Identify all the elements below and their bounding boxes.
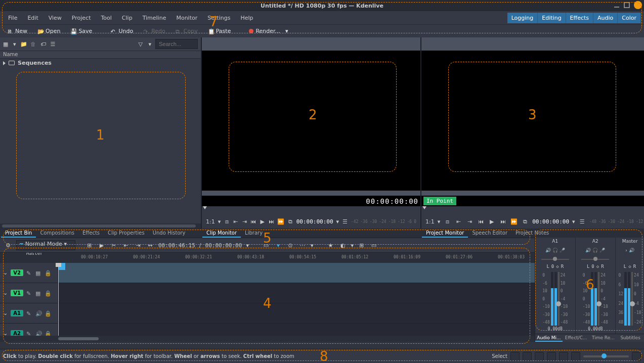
folder-add-icon[interactable]: 📁 — [20, 41, 26, 47]
list-icon[interactable]: ☰ — [51, 41, 57, 47]
volume-icon[interactable]: 🔊 — [35, 310, 41, 316]
open-button[interactable]: 📂Open — [33, 26, 64, 36]
chevron-down-icon[interactable]: ▾ — [311, 242, 314, 249]
play-icon[interactable]: ▶ — [98, 241, 106, 249]
goto-start-icon[interactable]: ⇤ — [454, 217, 462, 225]
close-icon[interactable] — [634, 1, 642, 9]
loop-icon[interactable]: ⧉ — [521, 217, 529, 225]
volume-fader[interactable] — [558, 272, 560, 326]
track-a2[interactable]: ⌄ A2 ✎ 🔊 🔒 — [0, 324, 535, 336]
tab-time-remap[interactable]: Time Re... — [590, 334, 617, 342]
guide-icon[interactable]: ▾ — [274, 241, 282, 249]
markers-icon[interactable] — [547, 352, 556, 361]
tab-undo-history[interactable]: Undo History — [149, 229, 190, 238]
tab-audio-mixer[interactable]: Audio Mi... — [535, 334, 563, 342]
tab-clip-properties[interactable]: Clip Properties — [104, 229, 149, 238]
copy-button[interactable]: ⧉Copy — [171, 26, 202, 36]
collapse-icon[interactable]: ⌄ — [3, 330, 8, 336]
goto-start-icon[interactable]: ⇤ — [233, 217, 239, 225]
spacer-icon[interactable]: ↔ — [146, 241, 154, 249]
volume-fader[interactable] — [631, 272, 633, 326]
menu-project[interactable]: Project — [67, 13, 96, 23]
thumbnails-icon[interactable] — [523, 352, 532, 361]
expand-icon[interactable]: › — [625, 248, 627, 253]
project-ctrl-timecode[interactable]: 00:00:00:00 — [532, 218, 569, 225]
menu-monitor[interactable]: Monitor — [171, 13, 202, 23]
menu-settings[interactable]: Settings — [202, 13, 235, 23]
tab-subtitles[interactable]: Subtitles — [617, 334, 644, 342]
menu-icon[interactable]: ☰ — [578, 217, 586, 225]
timeline-tc-current[interactable]: 00:00:46:15 — [158, 242, 195, 249]
cut-icon[interactable]: ✂ — [110, 241, 118, 249]
mic-icon[interactable]: 🎤 — [560, 248, 565, 253]
play-icon[interactable]: ▶ — [260, 217, 266, 225]
tab-project-bin[interactable]: Project Bin — [1, 229, 36, 238]
mute-icon[interactable]: ▦ — [35, 270, 41, 276]
mute-icon[interactable]: ▦ — [35, 290, 41, 296]
marker-icon[interactable]: ▭ — [262, 241, 270, 249]
clip-monitor-ruler[interactable] — [202, 206, 420, 214]
delete-icon[interactable]: 🗑 — [30, 41, 36, 47]
search-input[interactable] — [155, 39, 198, 49]
chevron-down-icon[interactable]: ▾ — [246, 242, 249, 249]
goto-end-icon[interactable]: ⇥ — [242, 217, 248, 225]
lock-icon[interactable]: 🔒 — [45, 310, 51, 316]
collapse-icon[interactable]: ⌄ — [3, 290, 8, 296]
fit-icon[interactable] — [571, 352, 580, 361]
menu-edit[interactable]: Edit — [22, 13, 43, 23]
fx-icon[interactable]: ✎ — [26, 270, 32, 276]
pan-slider[interactable] — [541, 259, 569, 260]
fast-forward-icon[interactable]: ⏩ — [510, 217, 518, 225]
mixer-channel-a1[interactable]: A1 🔊🎧🎤 L0◇R 0-6100-10-30-48 24100-4-18-3… — [535, 238, 576, 334]
layout-audio[interactable]: Audio — [593, 13, 618, 23]
bracket-in-icon[interactable]: ⇤ — [122, 241, 130, 249]
menu-file[interactable]: File — [3, 13, 22, 23]
snap-icon[interactable]: ⊙ — [286, 241, 294, 249]
goto-end-icon[interactable]: ⇥ — [465, 217, 474, 225]
timeline-ruler[interactable]: Master 00:00:10:27 00:00:21:24 00:00:32:… — [0, 253, 535, 263]
tab-compositions[interactable]: Compositions — [36, 229, 78, 238]
fx-icon[interactable]: ✎ — [26, 310, 32, 316]
project-monitor-view[interactable] — [421, 51, 644, 191]
tab-effect-stack[interactable]: Effect/C... — [563, 334, 590, 342]
minimize-icon[interactable] — [614, 2, 620, 8]
timeline-scrollbar[interactable] — [0, 336, 535, 342]
filter-icon[interactable]: ▽ — [138, 41, 144, 47]
waveform-icon[interactable] — [535, 352, 544, 361]
lock-icon[interactable]: 🔒 — [45, 331, 51, 336]
save-button[interactable]: 💾Save — [66, 26, 96, 36]
zoom-slider[interactable] — [583, 355, 629, 357]
chevron-down-icon[interactable]: ▾ — [438, 218, 441, 225]
timeline-menu-icon[interactable]: ⚙ — [4, 241, 12, 249]
track-label[interactable]: A2 — [11, 330, 23, 336]
clip-monitor-view[interactable] — [202, 51, 420, 191]
timeline-tracks[interactable]: ⌄ V2 ✎ ▦ 🔒 ⌄ V1 ✎ ▦ 🔒 — [0, 263, 535, 336]
chevron-down-icon[interactable]: ▾ — [336, 218, 339, 225]
chevron-down-icon[interactable]: ▾ — [218, 218, 221, 225]
track-a1[interactable]: ⌄ A1 ✎ 🔊 🔒 — [0, 303, 535, 324]
fx-icon[interactable]: ✎ — [26, 290, 32, 296]
mute-icon[interactable]: 🔊 — [585, 248, 591, 253]
layout-color[interactable]: Color — [618, 13, 641, 23]
set-in-icon[interactable]: ⧈ — [224, 217, 230, 225]
menu-icon[interactable]: ☰ — [342, 217, 348, 225]
preview-icon[interactable]: ◐ — [338, 241, 347, 249]
fullscreen-icon[interactable] — [632, 352, 641, 361]
add-clip-icon[interactable]: ▦ — [3, 41, 9, 47]
expand-icon[interactable] — [3, 61, 6, 65]
bin-scrollbar[interactable] — [0, 223, 201, 229]
track-comp-icon[interactable]: ⊞ — [85, 241, 94, 249]
speed-label[interactable]: 1:1 — [425, 218, 435, 225]
collapse-icon[interactable]: ⌄ — [3, 269, 8, 276]
layout-effects[interactable]: Effects — [566, 13, 593, 23]
tab-project-monitor[interactable]: Project Monitor — [422, 229, 468, 238]
menu-timeline[interactable]: Timeline — [138, 13, 171, 23]
set-in-icon[interactable]: ⧈ — [443, 217, 451, 225]
tab-project-notes[interactable]: Project Notes — [511, 229, 553, 238]
tab-effects[interactable]: Effects — [78, 229, 104, 238]
tab-library[interactable]: Library — [241, 229, 267, 238]
edit-mode-select[interactable]: ━Normal Mode ▾ — [16, 240, 75, 250]
subtitle-icon[interactable]: ▭ — [370, 241, 378, 249]
rewind-icon[interactable]: ⏮ — [250, 217, 256, 225]
mute-icon[interactable]: 🔊 — [629, 248, 634, 253]
